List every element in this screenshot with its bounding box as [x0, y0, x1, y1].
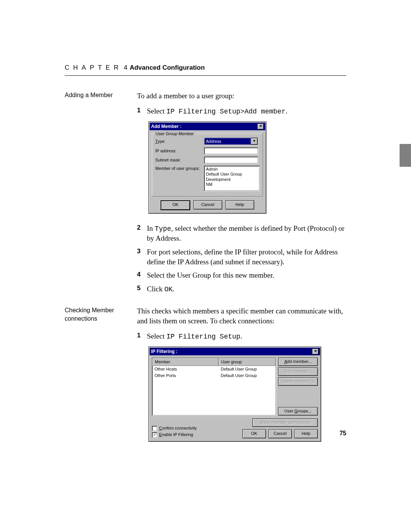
dialog2-body: Member User group Other Hosts Default Us… [150, 355, 320, 418]
lower-right: Show member connections OK Cancel Help [242, 419, 318, 438]
step-number: 2 [137, 224, 147, 243]
cell-member: Other Hosts [152, 366, 218, 372]
step1-pre: Select [147, 107, 166, 115]
type-value: Address [204, 138, 251, 145]
section-adding-member: Adding a Member To add a member to a use… [65, 91, 346, 299]
close-icon[interactable]: ✕ [312, 348, 319, 355]
step-text: Select IP Filtering Setup. [147, 331, 346, 341]
steps-list-1a: 1 Select IP Filtering Setup>Add member. [137, 106, 346, 116]
row-subnet: Subnet mask: [155, 157, 260, 163]
table-body: Other Hosts Default User Group Other Por… [152, 366, 276, 379]
step-number: 5 [137, 284, 147, 294]
ip-address-input[interactable] [204, 147, 258, 154]
step-number: 1 [137, 106, 147, 116]
list-item[interactable]: Default User Group [206, 172, 258, 177]
checkbox-column: Confirm connectivity ✓ Enable IP Filteri… [152, 425, 197, 438]
add-member-dialog: Add Member : ✕ User Group Member Type: A… [148, 121, 266, 214]
intro-checking: This checks which members a specific mem… [137, 306, 346, 326]
step-text: In Type, select whether the member is de… [147, 224, 346, 243]
type-label: Type: [155, 139, 204, 144]
ok-button[interactable]: OK [161, 200, 190, 210]
delete-member-button: Delete member(s) [278, 377, 318, 386]
cell-member: Other Ports [152, 372, 218, 379]
ok-button[interactable]: OK [242, 429, 266, 438]
s2step1-pre: Select [147, 332, 166, 340]
step5-pre: Click [147, 285, 164, 293]
dialog2-buttons: OK Cancel Help [242, 429, 318, 438]
col-member-header[interactable]: Member [152, 358, 218, 366]
intro-adding: To add a member to a user group: [137, 91, 346, 101]
section-checking-connections: Checking Member connections This checks … [65, 306, 346, 452]
groups-label: Member of user groups: [155, 166, 204, 171]
confirm-connectivity-checkbox[interactable] [152, 426, 157, 431]
help-button[interactable]: Help [225, 200, 254, 209]
close-icon[interactable]: ✕ [257, 123, 264, 129]
ip-filtering-dialog: IP Filtering : ✕ Member User group [148, 347, 321, 442]
list-item[interactable]: NM [206, 182, 258, 187]
step-1: 1 Select IP Filtering Setup>Add member. [137, 106, 346, 116]
steps-list-1b: 2 In Type, select whether the member is … [137, 224, 346, 294]
row-groups: Member of user groups: Admin Default Use… [155, 166, 260, 191]
group-legend: User Group Member [155, 131, 195, 137]
member-table[interactable]: Member User group Other Hosts Default Us… [152, 358, 276, 415]
cancel-button[interactable]: Cancel [268, 429, 292, 438]
confirm-connectivity-label: Confirm connectivity [159, 425, 197, 431]
type-combobox[interactable]: Address ▼ [204, 137, 258, 145]
user-groups-button[interactable]: User Groups... [278, 407, 318, 415]
step-number: 3 [137, 247, 147, 267]
list-item[interactable]: Admin [206, 167, 258, 172]
page-number: 75 [339, 430, 346, 437]
col-group-header[interactable]: User group [218, 358, 276, 366]
step5-post: . [173, 285, 175, 293]
margin-label-adding: Adding a Member [65, 91, 137, 299]
table-row[interactable]: Other Hosts Default User Group [152, 366, 276, 372]
subnet-label: Subnet mask: [155, 157, 204, 163]
cell-group: Default User Group [218, 372, 276, 379]
help-button[interactable]: Help [294, 429, 318, 438]
list-item[interactable]: Development [206, 177, 258, 182]
cell-group: Default User Group [218, 366, 276, 372]
cancel-button[interactable]: Cancel [193, 200, 222, 209]
table-row[interactable]: Other Ports Default User Group [152, 372, 276, 379]
step-number: 4 [137, 270, 147, 280]
step-text: For port selections, define the IP filte… [147, 247, 346, 267]
step5-code: OK [164, 286, 173, 293]
body-adding: To add a member to a user group: 1 Selec… [137, 91, 346, 299]
s2step1-post: . [241, 332, 242, 340]
chevron-down-icon[interactable]: ▼ [251, 138, 258, 145]
add-member-button[interactable]: Add member... [278, 358, 318, 366]
side-tab [400, 144, 411, 167]
show-member-connections-button: Show member connections [252, 419, 318, 427]
step-text: Click OK. [147, 284, 346, 294]
enable-ip-filtering-checkbox[interactable]: ✓ [152, 432, 157, 438]
figure-ip-filtering: IP Filtering : ✕ Member User group [148, 347, 346, 442]
step1-code: IP Filtering Setup>Add member [166, 108, 285, 115]
step2-pre: In [147, 224, 155, 232]
step-1b: 1 Select IP Filtering Setup. [137, 331, 346, 341]
edit-member-button: Edit member... [278, 367, 318, 376]
row-type: Type: Address ▼ [155, 137, 260, 145]
member-table-wrap: Member User group Other Hosts Default Us… [152, 358, 276, 415]
step-2: 2 In Type, select whether the member is … [137, 224, 346, 243]
subnet-mask-input[interactable] [204, 157, 258, 163]
body-checking: This checks which members a specific mem… [137, 306, 346, 452]
step2-code: Type [155, 225, 171, 233]
chapter-word: CHAPTER [65, 64, 122, 72]
enable-ip-filtering-label: Enable IP Filtering [159, 432, 193, 438]
dialog2-lower: Confirm connectivity ✓ Enable IP Filteri… [150, 418, 320, 441]
user-group-member-box: User Group Member Type: Address ▼ IP add… [152, 133, 263, 197]
ip-label: IP address: [155, 148, 204, 154]
steps-list-2: 1 Select IP Filtering Setup. [137, 331, 346, 341]
step-number: 1 [137, 331, 147, 341]
step2-post: , select whether the member is defined b… [147, 224, 344, 242]
step-text: Select IP Filtering Setup>Add member. [147, 106, 346, 116]
figure-add-member: Add Member : ✕ User Group Member Type: A… [148, 121, 346, 214]
margin-label-checking: Checking Member connections [65, 306, 137, 452]
enable-ip-filtering-row: ✓ Enable IP Filtering [152, 432, 197, 438]
chapter-number: 4 [124, 64, 127, 72]
user-groups-listbox[interactable]: Admin Default User Group Development NM [204, 166, 260, 191]
step-4: 4 Select the User Group for this new mem… [137, 270, 346, 280]
chapter-title: Advanced Configuration [130, 64, 205, 72]
dialog-title: Add Member : [151, 123, 182, 129]
step-text: Select the User Group for this new membe… [147, 270, 346, 280]
